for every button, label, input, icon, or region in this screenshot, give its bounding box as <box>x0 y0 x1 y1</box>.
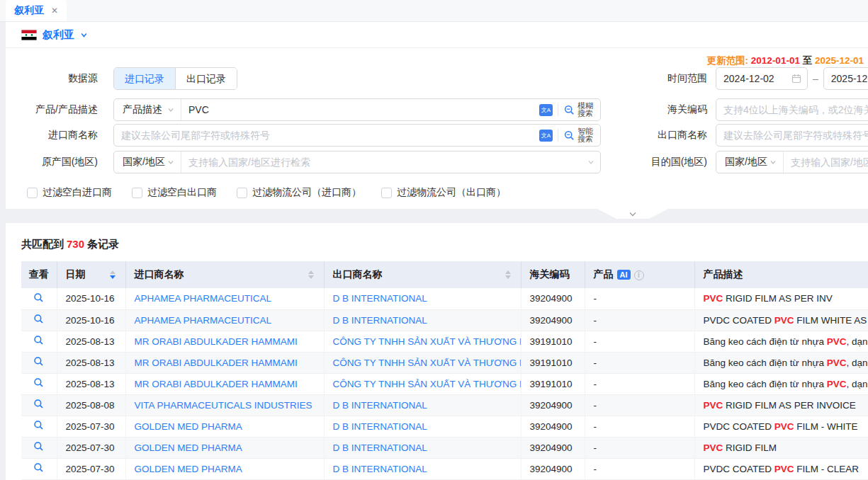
table-row: 2025-10-16 APHAMEA PHARMACEUTICAL D B IN… <box>21 288 868 309</box>
row-exporter[interactable]: D B INTERNATIONAL <box>333 442 427 453</box>
row-importer[interactable]: GOLDEN MED PHARMA <box>135 442 242 453</box>
info-icon[interactable]: i <box>634 270 644 280</box>
view-record-button[interactable] <box>33 335 44 345</box>
row-hs-code: 39204900 <box>521 416 585 437</box>
product-search-input[interactable] <box>181 99 539 120</box>
view-record-button[interactable] <box>33 356 44 367</box>
magnifier-icon <box>33 420 44 430</box>
row-exporter[interactable]: D B INTERNATIONAL <box>333 464 427 474</box>
row-hs-code: 39191010 <box>521 331 585 352</box>
row-date: 2025-08-13 <box>57 373 125 394</box>
table-row: 2025-08-13 MR ORABI ABDULKADER HAMMAMI C… <box>21 331 868 352</box>
row-importer[interactable]: GOLDEN MED PHARMA <box>135 421 242 432</box>
row-date: 2025-07-30 <box>57 416 125 437</box>
checkbox[interactable] <box>381 188 392 198</box>
translate-icon[interactable]: 文A <box>539 130 553 142</box>
divider <box>558 129 558 142</box>
column-description: 产品描述 <box>694 261 868 288</box>
row-importer[interactable]: MR ORABI ABDULKADER HAMMAMI <box>135 336 298 347</box>
syria-flag-icon <box>21 30 37 40</box>
checkbox-filter-logistics-exporter[interactable]: 过滤物流公司（出口商） <box>381 186 506 199</box>
magnifier-icon <box>33 292 44 303</box>
row-importer[interactable]: APHAMEA PHARMACEUTICAL <box>135 293 272 304</box>
date-end-field[interactable] <box>823 67 868 90</box>
table-header-row: 查看 日期 进口商名称 出口商名称 海关编码 产品AIi 产品描述 <box>21 261 868 288</box>
view-record-button[interactable] <box>33 399 44 409</box>
smart-search-button[interactable]: 智能搜索 <box>563 127 594 143</box>
view-record-button[interactable] <box>33 292 44 303</box>
row-exporter[interactable]: CÔNG TY TNHH SẢN XUẤT VÀ THƯƠNG M... <box>333 379 522 389</box>
magnifier-icon <box>33 356 44 367</box>
import-records-tab[interactable]: 进口记录 <box>114 68 175 89</box>
desc-post: RIGID FILM <box>723 442 777 453</box>
close-icon[interactable]: ✕ <box>51 6 58 16</box>
row-product: - <box>585 352 694 373</box>
row-exporter[interactable]: D B INTERNATIONAL <box>333 315 427 326</box>
view-record-button[interactable] <box>33 420 44 430</box>
column-importer: 进口商名称 <box>125 261 324 288</box>
row-product: - <box>585 288 694 309</box>
date-range-separator: – <box>813 73 818 84</box>
row-importer[interactable]: MR ORABI ABDULKADER HAMMAMI <box>135 379 298 389</box>
row-hs-code: 39204900 <box>521 288 585 309</box>
row-exporter[interactable]: CÔNG TY TNHH SẢN XUẤT VÀ THƯƠNG M... <box>333 336 522 347</box>
checkbox-filter-blank-exporter[interactable]: 过滤空白出口商 <box>132 186 217 199</box>
hs-code-input[interactable] <box>716 99 868 120</box>
chevron-down-icon <box>167 106 174 113</box>
date-end-input[interactable] <box>824 73 868 84</box>
importer-name-input[interactable] <box>114 125 539 146</box>
checkbox[interactable] <box>132 188 142 198</box>
row-exporter[interactable]: D B INTERNATIONAL <box>333 293 427 304</box>
sort-icon-importer[interactable] <box>307 269 315 280</box>
row-hs-code: 39204900 <box>521 394 585 416</box>
date-start-field[interactable] <box>716 67 808 90</box>
origin-region-select[interactable]: 国家/地区 <box>114 152 181 173</box>
desc-post: RIGID FILM AS PER INV <box>723 293 833 304</box>
collapse-filters-handle[interactable] <box>597 209 668 219</box>
row-importer[interactable]: MR ORABI ABDULKADER HAMMAMI <box>135 358 298 368</box>
magnifier-icon <box>33 314 44 324</box>
chevron-down-icon <box>629 211 637 217</box>
column-product: 产品AIi <box>585 261 694 288</box>
sort-icon-date[interactable] <box>108 269 117 280</box>
date-start-input[interactable] <box>716 73 791 84</box>
row-date: 2025-10-16 <box>57 309 125 331</box>
translate-icon[interactable]: 文A <box>539 104 553 116</box>
desc-post: , dạn... <box>846 379 868 389</box>
search-icon <box>563 130 575 142</box>
row-exporter[interactable]: D B INTERNATIONAL <box>333 421 427 432</box>
chevron-down-icon[interactable] <box>80 31 88 39</box>
view-record-button[interactable] <box>33 462 44 473</box>
chevron-down-icon[interactable] <box>587 159 594 166</box>
row-exporter[interactable]: CÔNG TY TNHH SẢN XUẤT VÀ THƯƠNG M... <box>333 358 522 368</box>
chevron-down-icon <box>167 159 174 166</box>
row-importer[interactable]: VITA PHARMACEUTICALS INDUSTRIES <box>135 400 312 411</box>
origin-country-input[interactable] <box>181 152 587 173</box>
row-description: Băng keo cách điện từ nhựa PVC, dạn... <box>694 352 868 373</box>
checkbox[interactable] <box>237 188 247 198</box>
desc-keyword: PVC <box>704 442 723 453</box>
checkbox-filter-blank-importer[interactable]: 过滤空白进口商 <box>27 186 112 199</box>
destination-country-input[interactable] <box>784 152 868 173</box>
row-product: - <box>585 331 694 352</box>
exporter-name-input[interactable] <box>716 125 868 146</box>
product-type-select[interactable]: 产品描述 <box>114 99 181 120</box>
sort-icon-exporter[interactable] <box>504 269 512 280</box>
view-record-button[interactable] <box>33 441 44 452</box>
view-record-button[interactable] <box>33 314 44 324</box>
view-record-button[interactable] <box>33 377 44 388</box>
checkbox-filter-logistics-importer[interactable]: 过滤物流公司（进口商） <box>237 186 361 199</box>
row-importer[interactable]: APHAMEA PHARMACEUTICAL <box>135 315 272 326</box>
table-row: 2025-07-30 GOLDEN MED PHARMA D B INTERNA… <box>21 416 868 437</box>
checkbox[interactable] <box>27 188 38 198</box>
destination-region-select[interactable]: 国家/地区 <box>716 152 784 173</box>
fuzzy-search-button[interactable]: 模糊搜索 <box>563 102 594 118</box>
export-records-tab[interactable]: 出口记录 <box>175 68 237 89</box>
row-product: - <box>585 458 694 479</box>
tab-syria[interactable]: 叙利亚 ✕ <box>6 0 67 21</box>
row-date: 2025-08-13 <box>57 352 125 373</box>
row-exporter[interactable]: D B INTERNATIONAL <box>333 400 427 411</box>
magnifier-icon <box>33 462 44 473</box>
country-selector[interactable]: 叙利亚 <box>43 28 74 42</box>
row-importer[interactable]: GOLDEN MED PHARMA <box>135 464 242 474</box>
